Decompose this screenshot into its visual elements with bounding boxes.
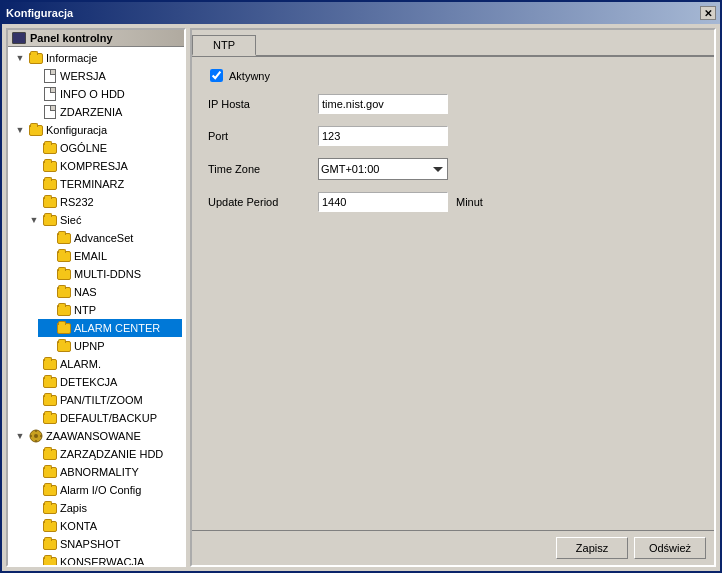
tree-item-default-backup[interactable]: DEFAULT/BACKUP: [24, 409, 182, 427]
spacer-ogolne: [26, 140, 42, 156]
aktywny-row: Aktywny: [210, 69, 698, 82]
spacer-default-backup: [26, 410, 42, 426]
svg-point-1: [34, 434, 38, 438]
spacer-kompresja: [26, 158, 42, 174]
folder-icon-pan-tilt-zoom: [42, 392, 58, 408]
label-snapshot: SNAPSHOT: [60, 538, 121, 550]
folder-icon-kompresja: [42, 158, 58, 174]
folder-icon-ntp: [56, 302, 72, 318]
tree-item-zapis[interactable]: Zapis: [24, 499, 182, 517]
tree-item-alarm-io[interactable]: Alarm I/O Config: [24, 481, 182, 499]
folder-icon-terminarz: [42, 176, 58, 192]
tree-item-detekcja[interactable]: DETEKCJA: [24, 373, 182, 391]
aktywny-checkbox[interactable]: [210, 69, 223, 82]
tab-ntp[interactable]: NTP: [192, 35, 256, 56]
toggle-siec: ▼: [26, 212, 42, 228]
spacer-upnp: [40, 338, 56, 354]
window-body: Panel kontrolny ▼ Informacje WERSJA: [2, 24, 720, 571]
tree-item-rs232[interactable]: RS232: [24, 193, 182, 211]
spacer-snapshot: [26, 536, 42, 552]
label-multi-ddns: MULTI-DDNS: [74, 268, 141, 280]
tree-item-siec[interactable]: ▼ Sieć: [24, 211, 182, 229]
tree-item-email[interactable]: EMAIL: [38, 247, 182, 265]
folder-icon-konta: [42, 518, 58, 534]
folder-icon-snapshot: [42, 536, 58, 552]
tree-item-abnormality[interactable]: ABNORMALITY: [24, 463, 182, 481]
update-period-suffix: Minut: [456, 196, 483, 208]
label-alarm: ALARM.: [60, 358, 101, 370]
label-wersja: WERSJA: [60, 70, 106, 82]
time-zone-row: Time Zone GMT-12:00 GMT-11:00 GMT-10:00 …: [208, 158, 698, 180]
close-button[interactable]: ✕: [700, 6, 716, 20]
label-alarm-center: ALARM CENTER: [74, 322, 160, 334]
tree-item-alarm-center[interactable]: ALARM CENTER: [38, 319, 182, 337]
label-siec: Sieć: [60, 214, 81, 226]
label-kompresja: KOMPRESJA: [60, 160, 128, 172]
label-terminarz: TERMINARZ: [60, 178, 124, 190]
label-default-backup: DEFAULT/BACKUP: [60, 412, 157, 424]
tree-item-multi-ddns[interactable]: MULTI-DDNS: [38, 265, 182, 283]
label-zapis: Zapis: [60, 502, 87, 514]
tree-item-upnp[interactable]: UPNP: [38, 337, 182, 355]
toggle-info-hdd: [26, 86, 42, 102]
label-rs232: RS232: [60, 196, 94, 208]
ip-hosta-label: IP Hosta: [208, 98, 318, 110]
refresh-button[interactable]: Odśwież: [634, 537, 706, 559]
tree-item-konfiguracja[interactable]: ▼ Konfiguracja: [10, 121, 182, 139]
tree-item-zaawansowane[interactable]: ▼ ZAAWANSOWANE: [10, 427, 182, 445]
folder-icon-nas: [56, 284, 72, 300]
tree-item-alarm[interactable]: ALARM.: [24, 355, 182, 373]
time-zone-select[interactable]: GMT-12:00 GMT-11:00 GMT-10:00 GMT-09:00 …: [318, 158, 448, 180]
tree-item-ogolne[interactable]: OGÓLNE: [24, 139, 182, 157]
label-alarm-io: Alarm I/O Config: [60, 484, 141, 496]
toggle-zdarzenia: [26, 104, 42, 120]
tree-item-terminarz[interactable]: TERMINARZ: [24, 175, 182, 193]
tree-item-kompresja[interactable]: KOMPRESJA: [24, 157, 182, 175]
tree-item-advanceset[interactable]: AdvanceSet: [38, 229, 182, 247]
folder-icon-upnp: [56, 338, 72, 354]
label-nas: NAS: [74, 286, 97, 298]
main-window: Konfiguracja ✕ Panel kontrolny ▼ Informa…: [0, 0, 722, 573]
label-pan-tilt-zoom: PAN/TILT/ZOOM: [60, 394, 143, 406]
tab-ntp-label: NTP: [213, 39, 235, 51]
tree-item-informacje[interactable]: ▼ Informacje: [10, 49, 182, 67]
label-konfiguracja: Konfiguracja: [46, 124, 107, 136]
tree-item-zarzadzanie-hdd[interactable]: ZARZĄDZANIE HDD: [24, 445, 182, 463]
label-zarz-hdd: ZARZĄDZANIE HDD: [60, 448, 163, 460]
spacer-alarm: [26, 356, 42, 372]
port-input[interactable]: [318, 126, 448, 146]
folder-icon-default-backup: [42, 410, 58, 426]
panel-header-label: Panel kontrolny: [30, 32, 113, 44]
time-zone-label: Time Zone: [208, 163, 318, 175]
update-period-input[interactable]: [318, 192, 448, 212]
tree-item-snapshot[interactable]: SNAPSHOT: [24, 535, 182, 553]
panel-header: Panel kontrolny: [8, 30, 184, 47]
tree-item-wersja[interactable]: WERSJA: [24, 67, 182, 85]
tree-item-konserwacja[interactable]: KONSERWACJA: [24, 553, 182, 567]
folder-icon-detekcja: [42, 374, 58, 390]
label-email: EMAIL: [74, 250, 107, 262]
label-advanceset: AdvanceSet: [74, 232, 133, 244]
tree-item-pan-tilt-zoom[interactable]: PAN/TILT/ZOOM: [24, 391, 182, 409]
tree-item-info-hdd[interactable]: INFO O HDD: [24, 85, 182, 103]
tree-item-nas[interactable]: NAS: [38, 283, 182, 301]
tree-item-zdarzenia[interactable]: ZDARZENIA: [24, 103, 182, 121]
tree-item-ntp[interactable]: NTP: [38, 301, 182, 319]
content-area: Aktywny IP Hosta Port Time Zone GMT-12:0…: [192, 57, 714, 530]
doc-icon-wersja: [42, 68, 58, 84]
spacer-pan-tilt-zoom: [26, 392, 42, 408]
folder-icon-abnormality: [42, 464, 58, 480]
window-title: Konfiguracja: [6, 7, 73, 19]
folder-icon-alarm-center: [56, 320, 72, 336]
label-konta: KONTA: [60, 520, 97, 532]
port-label: Port: [208, 130, 318, 142]
folder-icon-zarz-hdd: [42, 446, 58, 462]
tree-item-konta[interactable]: KONTA: [24, 517, 182, 535]
tab-bar: NTP: [192, 30, 714, 57]
aktywny-label[interactable]: Aktywny: [229, 70, 270, 82]
folder-icon-konfiguracja: [28, 122, 44, 138]
ip-hosta-input[interactable]: [318, 94, 448, 114]
save-button[interactable]: Zapisz: [556, 537, 628, 559]
folder-icon-zapis: [42, 500, 58, 516]
update-period-row: Update Period Minut: [208, 192, 698, 212]
